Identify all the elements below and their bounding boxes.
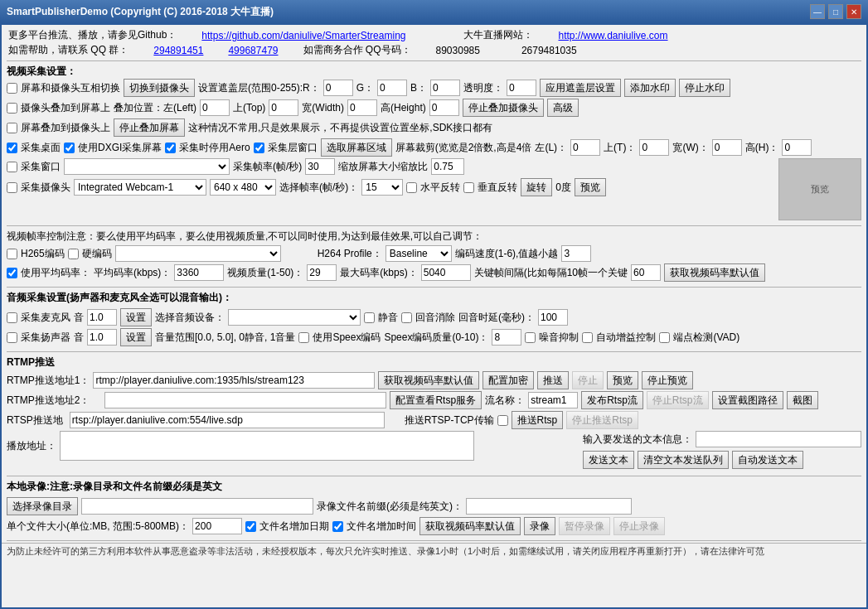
switch-camera-btn[interactable]: 切换到摄像头 bbox=[124, 79, 195, 97]
echo-delay-input[interactable]: 100 bbox=[538, 309, 568, 326]
rtsp-addr-input[interactable]: rtsp://player.daniulive.com:554/live.sdp bbox=[70, 412, 385, 428]
stop-preview-btn[interactable]: 停止预览 bbox=[642, 371, 693, 389]
h-input[interactable]: 0 bbox=[782, 139, 812, 156]
camera-fps-select[interactable]: 15 bbox=[361, 179, 403, 196]
w-input[interactable]: 0 bbox=[712, 139, 742, 156]
camera-overlay-check[interactable] bbox=[7, 103, 17, 114]
add-time-check[interactable] bbox=[332, 521, 343, 532]
stream-name-input[interactable]: stream1 bbox=[528, 392, 578, 408]
stop-watermark-btn[interactable]: 停止水印 bbox=[679, 79, 730, 97]
g-input[interactable]: 0 bbox=[377, 80, 407, 96]
select-dir-btn[interactable]: 选择录像目录 bbox=[7, 497, 78, 515]
minimize-button[interactable]: — bbox=[810, 4, 825, 19]
capture-mic-check[interactable] bbox=[7, 312, 17, 323]
noise-suppress-check[interactable] bbox=[525, 332, 536, 343]
t-input[interactable]: 0 bbox=[639, 139, 669, 156]
addr1-input[interactable]: rtmp://player.daniulive.com:1935/hls/str… bbox=[93, 372, 375, 389]
stop-rtsp-push-btn[interactable]: 停止推送Rtsp bbox=[566, 411, 638, 429]
qq2-link[interactable]: 499687479 bbox=[228, 45, 278, 56]
mic-vol-input[interactable]: 1.0 bbox=[87, 309, 117, 326]
play-addr-textarea[interactable] bbox=[60, 431, 474, 461]
apply-overlay-btn[interactable]: 应用遮盖层设置 bbox=[540, 79, 621, 97]
get-default-btn1[interactable]: 获取视频码率默认值 bbox=[378, 371, 479, 389]
screen-over-camera-check[interactable] bbox=[7, 123, 17, 133]
stop-screen-overlay-btn[interactable]: 停止叠加屏幕 bbox=[114, 118, 185, 137]
fps-input[interactable]: 30 bbox=[305, 158, 335, 175]
stop-rtsp-btn[interactable]: 停止Rtsp流 bbox=[647, 391, 709, 409]
b-input[interactable]: 0 bbox=[430, 80, 460, 96]
advanced-btn[interactable]: 高级 bbox=[547, 99, 579, 117]
rtsp-tcp-check[interactable] bbox=[497, 415, 508, 426]
speex-quality-input[interactable]: 8 bbox=[492, 329, 521, 346]
mic-set-btn[interactable]: 设置 bbox=[120, 308, 152, 326]
file-prefix-input[interactable] bbox=[466, 498, 632, 515]
capture-layer-check[interactable] bbox=[254, 143, 264, 153]
flip-h-check[interactable] bbox=[406, 182, 417, 193]
clear-queue-btn[interactable]: 清空文本发送队列 bbox=[638, 451, 729, 469]
maximize-button[interactable]: □ bbox=[828, 4, 843, 19]
l-input[interactable]: 0 bbox=[570, 139, 600, 156]
r-input[interactable]: 0 bbox=[323, 80, 353, 96]
auto-send-btn[interactable]: 自动发送文本 bbox=[732, 451, 803, 469]
capture-camera-check[interactable] bbox=[7, 182, 17, 193]
capture-window-check[interactable] bbox=[7, 162, 17, 172]
record-btn[interactable]: 录像 bbox=[524, 517, 555, 535]
speaker-set-btn[interactable]: 设置 bbox=[120, 328, 152, 346]
capture-desktop-check[interactable] bbox=[7, 143, 17, 153]
addr2-input[interactable] bbox=[104, 392, 386, 408]
height-input[interactable]: 0 bbox=[429, 99, 459, 116]
rotate-btn[interactable]: 旋转 bbox=[521, 178, 552, 196]
encode-speed-input[interactable]: 3 bbox=[561, 245, 591, 262]
push-rtsp-btn[interactable]: 推送Rtsp bbox=[512, 411, 564, 429]
max-bitrate-input[interactable]: 5040 bbox=[421, 264, 471, 281]
stop-aero-check[interactable] bbox=[165, 143, 176, 153]
qq1-link[interactable]: 294891451 bbox=[153, 45, 203, 56]
flip-v-check[interactable] bbox=[463, 182, 474, 193]
add-watermark-btn[interactable]: 添加水印 bbox=[624, 79, 676, 97]
capture-speaker-check[interactable] bbox=[7, 332, 17, 343]
auto-gain-check[interactable] bbox=[582, 332, 593, 343]
get-default-btn2[interactable]: 获取视频码率默认值 bbox=[419, 517, 521, 535]
camera-select[interactable]: Integrated Webcam-1 bbox=[74, 179, 206, 196]
h265-check[interactable] bbox=[7, 249, 17, 259]
width-input[interactable]: 0 bbox=[347, 99, 377, 116]
close-button[interactable]: ✕ bbox=[846, 4, 861, 19]
add-date-check[interactable] bbox=[245, 521, 256, 532]
speaker-vol-input[interactable]: 1.0 bbox=[87, 329, 117, 346]
noise-cancel-check[interactable] bbox=[401, 312, 412, 323]
profile-select[interactable]: Baseline bbox=[386, 245, 452, 262]
dir-input[interactable] bbox=[81, 498, 313, 515]
keyframe-input[interactable]: 60 bbox=[631, 264, 661, 281]
avg-bitrate-input[interactable]: 3360 bbox=[174, 264, 224, 281]
stop-record-btn[interactable]: 停止录像 bbox=[613, 517, 665, 535]
preview-btn[interactable]: 预览 bbox=[575, 178, 606, 196]
use-speex-check[interactable] bbox=[298, 332, 309, 343]
screenshot-btn[interactable]: 截图 bbox=[787, 391, 818, 409]
site-link[interactable]: http://www.daniulive.com bbox=[558, 30, 667, 41]
mute-check[interactable] bbox=[364, 312, 375, 323]
file-size-input[interactable]: 200 bbox=[192, 518, 242, 534]
hardware-check[interactable] bbox=[68, 249, 79, 259]
transparency-input[interactable]: 0 bbox=[507, 80, 536, 96]
push-btn[interactable]: 推送 bbox=[537, 371, 569, 389]
publish-rtsp-btn[interactable]: 发布Rtsp流 bbox=[581, 391, 643, 409]
scale-input[interactable]: 0.75 bbox=[431, 158, 464, 175]
resolution-select[interactable]: 640 x 480 bbox=[210, 179, 276, 196]
video-quality-input[interactable]: 29 bbox=[307, 264, 337, 281]
rtmp-preview-btn[interactable]: 预览 bbox=[607, 371, 638, 389]
send-text-btn[interactable]: 发送文本 bbox=[583, 451, 634, 469]
stop-btn[interactable]: 停止 bbox=[572, 371, 604, 389]
config-rtsp-btn[interactable]: 配置查看Rtsp服务 bbox=[390, 391, 482, 409]
set-thumbnail-btn[interactable]: 设置截图路径 bbox=[712, 391, 783, 409]
top-input[interactable]: 0 bbox=[269, 99, 298, 116]
select-screen-area-btn[interactable]: 选取屏幕区域 bbox=[321, 138, 392, 157]
mutual-switch-check[interactable] bbox=[7, 83, 17, 94]
stop-camera-overlay-btn[interactable]: 停止叠加摄像头 bbox=[463, 99, 544, 117]
encrypt-btn[interactable]: 配置加密 bbox=[482, 371, 534, 389]
use-avg-bitrate-check[interactable] bbox=[7, 268, 17, 278]
audio-device-select[interactable] bbox=[228, 309, 361, 326]
left-input[interactable]: 0 bbox=[200, 99, 230, 116]
github-link[interactable]: https://github.com/daniulive/SmarterStre… bbox=[201, 30, 405, 41]
send-msg-input[interactable] bbox=[696, 431, 861, 447]
vad-check[interactable] bbox=[659, 332, 670, 343]
